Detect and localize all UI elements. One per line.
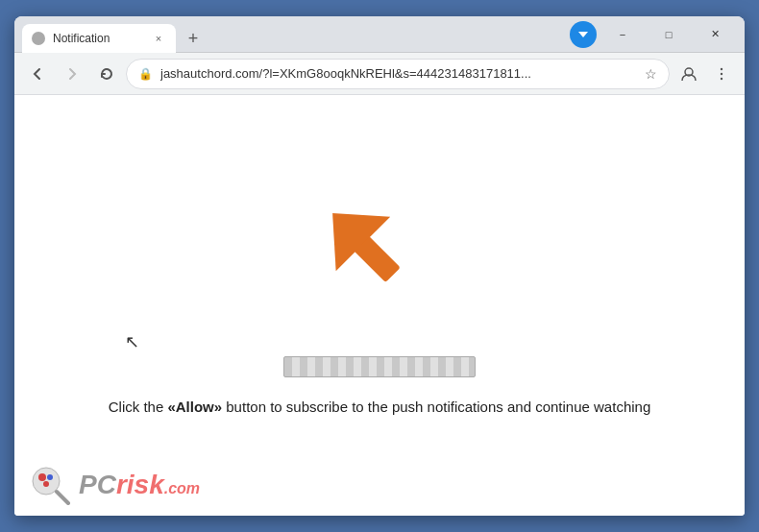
svg-point-11 <box>43 481 49 487</box>
pc-text: PC <box>79 470 116 499</box>
com-text: .com <box>164 480 200 496</box>
minimize-button[interactable]: − <box>600 20 645 49</box>
arrow-container <box>312 193 447 327</box>
svg-point-0 <box>34 34 43 43</box>
pcrisk-text: PCrisk.com <box>79 470 200 500</box>
forward-button[interactable] <box>57 59 87 89</box>
address-bar[interactable]: 🔒 jashautchord.com/?l=XKmG8ooqkNkREHl&s=… <box>126 59 670 89</box>
tab-area: Notification × + <box>22 16 566 52</box>
url-text: jashautchord.com/?l=XKmG8ooqkNkREHl&s=44… <box>160 66 637 81</box>
risk-text: risk <box>116 470 164 499</box>
lock-icon: 🔒 <box>138 67 153 81</box>
new-tab-button[interactable]: + <box>180 25 207 52</box>
svg-point-4 <box>721 72 722 74</box>
progress-bar <box>283 356 476 377</box>
profile-button[interactable] <box>673 59 704 89</box>
close-button[interactable]: ✕ <box>693 20 737 49</box>
title-bar: Notification × + − □ ✕ <box>14 16 745 53</box>
window-controls: − □ ✕ <box>600 20 737 49</box>
cursor-indicator: ↖ <box>125 331 139 352</box>
back-button[interactable] <box>22 59 53 89</box>
pcrisk-logo-icon <box>29 464 71 506</box>
page-message: Click the «Allow» button to subscribe to… <box>109 397 651 419</box>
message-prefix: Click the <box>109 399 168 415</box>
page-content: Click the «Allow» button to subscribe to… <box>14 95 745 516</box>
svg-point-5 <box>721 77 722 79</box>
menu-button[interactable] <box>706 59 737 89</box>
toolbar-right <box>673 59 737 89</box>
svg-point-9 <box>38 473 46 481</box>
reload-button[interactable] <box>91 59 122 89</box>
svg-line-12 <box>57 492 68 503</box>
tab-close-button[interactable]: × <box>151 31 166 46</box>
svg-marker-1 <box>578 32 588 37</box>
orange-arrow-icon <box>312 193 428 308</box>
active-tab[interactable]: Notification × <box>22 24 176 53</box>
tab-title: Notification <box>53 32 143 45</box>
bookmark-star-icon[interactable]: ☆ <box>645 66 657 82</box>
pcrisk-watermark: PCrisk.com <box>29 464 200 506</box>
svg-point-3 <box>721 67 722 69</box>
profile-dropdown-button[interactable] <box>570 21 597 48</box>
tab-favicon <box>32 32 45 45</box>
message-suffix: button to subscribe to the push notifica… <box>222 399 650 415</box>
browser-window: Notification × + − □ ✕ <box>14 16 745 516</box>
svg-point-10 <box>47 474 53 480</box>
toolbar: 🔒 jashautchord.com/?l=XKmG8ooqkNkREHl&s=… <box>14 53 745 95</box>
allow-text: «Allow» <box>167 399 222 415</box>
maximize-button[interactable]: □ <box>647 20 691 49</box>
